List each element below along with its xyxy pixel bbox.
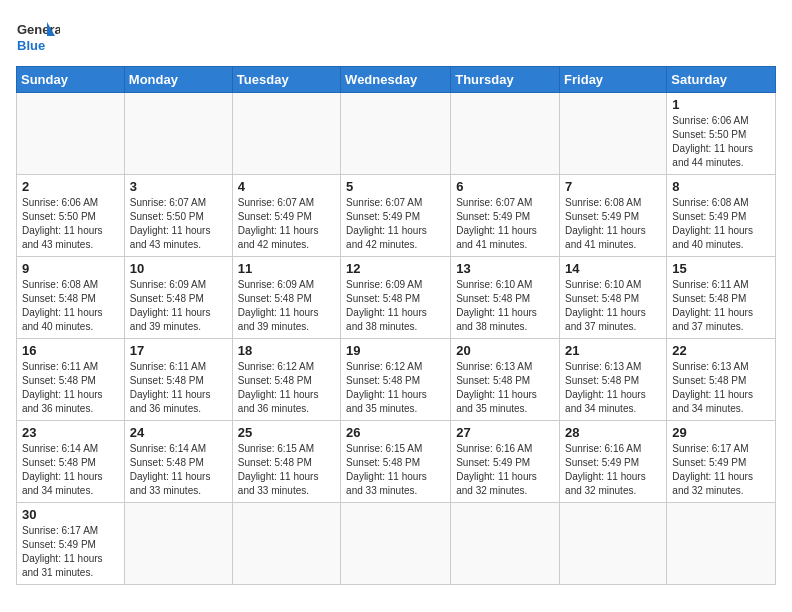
day-cell: 8Sunrise: 6:08 AM Sunset: 5:49 PM Daylig…	[667, 175, 776, 257]
day-cell: 1Sunrise: 6:06 AM Sunset: 5:50 PM Daylig…	[667, 93, 776, 175]
day-number: 8	[672, 179, 770, 194]
day-cell	[17, 93, 125, 175]
day-number: 13	[456, 261, 554, 276]
day-number: 10	[130, 261, 227, 276]
day-number: 26	[346, 425, 445, 440]
day-cell	[124, 503, 232, 585]
day-number: 3	[130, 179, 227, 194]
day-cell: 16Sunrise: 6:11 AM Sunset: 5:48 PM Dayli…	[17, 339, 125, 421]
day-info: Sunrise: 6:08 AM Sunset: 5:48 PM Dayligh…	[22, 278, 119, 334]
logo: General Blue	[16, 16, 60, 56]
day-number: 28	[565, 425, 661, 440]
day-cell: 14Sunrise: 6:10 AM Sunset: 5:48 PM Dayli…	[560, 257, 667, 339]
day-cell: 12Sunrise: 6:09 AM Sunset: 5:48 PM Dayli…	[341, 257, 451, 339]
day-cell: 13Sunrise: 6:10 AM Sunset: 5:48 PM Dayli…	[451, 257, 560, 339]
day-number: 25	[238, 425, 335, 440]
day-cell	[232, 93, 340, 175]
day-info: Sunrise: 6:07 AM Sunset: 5:49 PM Dayligh…	[456, 196, 554, 252]
day-info: Sunrise: 6:11 AM Sunset: 5:48 PM Dayligh…	[672, 278, 770, 334]
day-number: 9	[22, 261, 119, 276]
day-number: 16	[22, 343, 119, 358]
day-info: Sunrise: 6:07 AM Sunset: 5:49 PM Dayligh…	[238, 196, 335, 252]
day-cell: 30Sunrise: 6:17 AM Sunset: 5:49 PM Dayli…	[17, 503, 125, 585]
day-info: Sunrise: 6:12 AM Sunset: 5:48 PM Dayligh…	[346, 360, 445, 416]
day-cell	[667, 503, 776, 585]
day-info: Sunrise: 6:07 AM Sunset: 5:50 PM Dayligh…	[130, 196, 227, 252]
day-cell	[124, 93, 232, 175]
calendar-table: SundayMondayTuesdayWednesdayThursdayFrid…	[16, 66, 776, 585]
day-number: 23	[22, 425, 119, 440]
day-cell	[451, 503, 560, 585]
day-cell: 29Sunrise: 6:17 AM Sunset: 5:49 PM Dayli…	[667, 421, 776, 503]
day-info: Sunrise: 6:17 AM Sunset: 5:49 PM Dayligh…	[22, 524, 119, 580]
day-cell: 18Sunrise: 6:12 AM Sunset: 5:48 PM Dayli…	[232, 339, 340, 421]
day-cell: 27Sunrise: 6:16 AM Sunset: 5:49 PM Dayli…	[451, 421, 560, 503]
day-info: Sunrise: 6:14 AM Sunset: 5:48 PM Dayligh…	[130, 442, 227, 498]
day-number: 21	[565, 343, 661, 358]
day-number: 22	[672, 343, 770, 358]
day-info: Sunrise: 6:17 AM Sunset: 5:49 PM Dayligh…	[672, 442, 770, 498]
weekday-header-sunday: Sunday	[17, 67, 125, 93]
week-row-3: 9Sunrise: 6:08 AM Sunset: 5:48 PM Daylig…	[17, 257, 776, 339]
day-info: Sunrise: 6:13 AM Sunset: 5:48 PM Dayligh…	[565, 360, 661, 416]
day-number: 12	[346, 261, 445, 276]
week-row-6: 30Sunrise: 6:17 AM Sunset: 5:49 PM Dayli…	[17, 503, 776, 585]
day-number: 24	[130, 425, 227, 440]
day-cell: 11Sunrise: 6:09 AM Sunset: 5:48 PM Dayli…	[232, 257, 340, 339]
weekday-header-saturday: Saturday	[667, 67, 776, 93]
day-cell	[451, 93, 560, 175]
day-cell: 21Sunrise: 6:13 AM Sunset: 5:48 PM Dayli…	[560, 339, 667, 421]
day-number: 1	[672, 97, 770, 112]
day-cell	[341, 503, 451, 585]
day-number: 11	[238, 261, 335, 276]
day-cell: 4Sunrise: 6:07 AM Sunset: 5:49 PM Daylig…	[232, 175, 340, 257]
week-row-5: 23Sunrise: 6:14 AM Sunset: 5:48 PM Dayli…	[17, 421, 776, 503]
day-number: 15	[672, 261, 770, 276]
day-cell: 3Sunrise: 6:07 AM Sunset: 5:50 PM Daylig…	[124, 175, 232, 257]
day-number: 20	[456, 343, 554, 358]
day-cell: 23Sunrise: 6:14 AM Sunset: 5:48 PM Dayli…	[17, 421, 125, 503]
day-number: 19	[346, 343, 445, 358]
day-info: Sunrise: 6:16 AM Sunset: 5:49 PM Dayligh…	[565, 442, 661, 498]
day-cell: 7Sunrise: 6:08 AM Sunset: 5:49 PM Daylig…	[560, 175, 667, 257]
day-info: Sunrise: 6:09 AM Sunset: 5:48 PM Dayligh…	[238, 278, 335, 334]
day-cell: 17Sunrise: 6:11 AM Sunset: 5:48 PM Dayli…	[124, 339, 232, 421]
week-row-2: 2Sunrise: 6:06 AM Sunset: 5:50 PM Daylig…	[17, 175, 776, 257]
day-cell: 24Sunrise: 6:14 AM Sunset: 5:48 PM Dayli…	[124, 421, 232, 503]
day-number: 27	[456, 425, 554, 440]
day-info: Sunrise: 6:11 AM Sunset: 5:48 PM Dayligh…	[130, 360, 227, 416]
weekday-header-wednesday: Wednesday	[341, 67, 451, 93]
day-cell: 9Sunrise: 6:08 AM Sunset: 5:48 PM Daylig…	[17, 257, 125, 339]
day-info: Sunrise: 6:09 AM Sunset: 5:48 PM Dayligh…	[130, 278, 227, 334]
page-header: General Blue	[16, 16, 776, 56]
weekday-header-row: SundayMondayTuesdayWednesdayThursdayFrid…	[17, 67, 776, 93]
day-number: 2	[22, 179, 119, 194]
day-cell: 19Sunrise: 6:12 AM Sunset: 5:48 PM Dayli…	[341, 339, 451, 421]
day-info: Sunrise: 6:15 AM Sunset: 5:48 PM Dayligh…	[346, 442, 445, 498]
day-cell: 28Sunrise: 6:16 AM Sunset: 5:49 PM Dayli…	[560, 421, 667, 503]
day-info: Sunrise: 6:14 AM Sunset: 5:48 PM Dayligh…	[22, 442, 119, 498]
day-number: 30	[22, 507, 119, 522]
week-row-1: 1Sunrise: 6:06 AM Sunset: 5:50 PM Daylig…	[17, 93, 776, 175]
day-cell: 22Sunrise: 6:13 AM Sunset: 5:48 PM Dayli…	[667, 339, 776, 421]
logo-svg: General Blue	[16, 16, 60, 56]
day-info: Sunrise: 6:06 AM Sunset: 5:50 PM Dayligh…	[22, 196, 119, 252]
day-number: 4	[238, 179, 335, 194]
day-info: Sunrise: 6:13 AM Sunset: 5:48 PM Dayligh…	[456, 360, 554, 416]
day-info: Sunrise: 6:15 AM Sunset: 5:48 PM Dayligh…	[238, 442, 335, 498]
weekday-header-monday: Monday	[124, 67, 232, 93]
weekday-header-tuesday: Tuesday	[232, 67, 340, 93]
weekday-header-thursday: Thursday	[451, 67, 560, 93]
week-row-4: 16Sunrise: 6:11 AM Sunset: 5:48 PM Dayli…	[17, 339, 776, 421]
day-cell	[341, 93, 451, 175]
day-number: 14	[565, 261, 661, 276]
day-info: Sunrise: 6:08 AM Sunset: 5:49 PM Dayligh…	[565, 196, 661, 252]
day-cell: 5Sunrise: 6:07 AM Sunset: 5:49 PM Daylig…	[341, 175, 451, 257]
day-info: Sunrise: 6:09 AM Sunset: 5:48 PM Dayligh…	[346, 278, 445, 334]
day-cell	[232, 503, 340, 585]
day-info: Sunrise: 6:06 AM Sunset: 5:50 PM Dayligh…	[672, 114, 770, 170]
day-cell: 15Sunrise: 6:11 AM Sunset: 5:48 PM Dayli…	[667, 257, 776, 339]
day-info: Sunrise: 6:10 AM Sunset: 5:48 PM Dayligh…	[456, 278, 554, 334]
day-number: 6	[456, 179, 554, 194]
day-cell: 10Sunrise: 6:09 AM Sunset: 5:48 PM Dayli…	[124, 257, 232, 339]
